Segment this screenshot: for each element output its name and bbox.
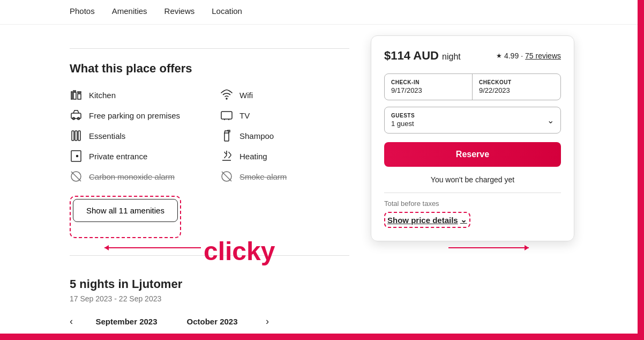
price-details-wrapper: Show price details ⌄ — [384, 212, 470, 228]
amenity-heating: Heating — [220, 150, 349, 162]
card-divider — [384, 193, 561, 193]
amenity-entrance: Private entrance — [70, 150, 199, 162]
amenity-essentials-label: Essentials — [89, 131, 125, 141]
reserve-button[interactable]: Reserve — [384, 142, 561, 167]
amenity-smoke-alarm: Smoke alarm — [220, 170, 349, 183]
checkout-label: CHECKOUT — [479, 79, 554, 85]
amenity-smoke-alarm-label: Smoke alarm — [239, 172, 287, 181]
cal-september: September 2023 — [94, 317, 159, 326]
top-divider — [70, 48, 349, 49]
total-before-taxes: Total before taxes — [384, 199, 561, 208]
nav-reviews[interactable]: Reviews — [164, 6, 195, 18]
dates-grid: CHECK-IN 9/17/2023 CHECKOUT 9/22/2023 — [384, 73, 561, 100]
page-nav: Photos Amenities Reviews Location — [0, 0, 644, 25]
checkin-value: 9/17/2023 — [391, 86, 466, 94]
nav-location[interactable]: Location — [212, 6, 242, 18]
kitchen-icon — [70, 88, 83, 101]
amenity-wifi: Wifi — [220, 88, 349, 101]
checkin-cell[interactable]: CHECK-IN 9/17/2023 — [385, 74, 473, 100]
amenity-wifi-label: Wifi — [239, 91, 253, 100]
amenity-co-alarm: Carbon monoxide alarm — [70, 170, 199, 183]
right-panel: $114 AUD night ★ 4.99 · 75 reviews CHECK… — [371, 35, 574, 327]
co-alarm-icon — [70, 170, 83, 183]
amenities-title: What this place offers — [70, 62, 349, 76]
show-all-wrapper: Show all 11 amenities — [70, 196, 181, 238]
right-stripe — [638, 0, 644, 340]
tv-icon — [220, 109, 233, 122]
show-price-label: Show price details — [387, 216, 458, 225]
amenity-essentials: Essentials — [70, 129, 199, 142]
left-panel: What this place offers Kitchen — [70, 35, 349, 327]
entrance-icon — [70, 150, 83, 162]
amenity-tv-label: TV — [239, 111, 250, 120]
cal-prev-button[interactable]: ‹ — [70, 316, 73, 327]
guests-cell[interactable]: GUESTS 1 guest ⌄ — [384, 107, 561, 134]
parking-icon — [70, 109, 83, 122]
amenities-grid: Kitchen Wifi — [70, 88, 349, 183]
checkin-label: CHECK-IN — [391, 79, 466, 85]
amenity-shampoo: Shampoo — [220, 129, 349, 142]
nights-title: 5 nights in Ljutomer — [70, 277, 349, 291]
price-value: $114 AUD — [384, 49, 439, 62]
show-price-details-button[interactable]: Show price details ⌄ — [387, 215, 467, 225]
cal-october: October 2023 — [180, 317, 244, 326]
svg-rect-5 — [72, 131, 74, 141]
shampoo-icon — [220, 129, 233, 142]
price-display: $114 AUD night — [384, 49, 461, 63]
expand-icon: ⌄ — [460, 215, 467, 225]
svg-rect-7 — [78, 131, 80, 141]
guests-info: GUESTS 1 guest — [391, 113, 415, 128]
checkout-value: 9/22/2023 — [479, 86, 554, 94]
booking-card: $114 AUD night ★ 4.99 · 75 reviews CHECK… — [371, 35, 574, 241]
price-amount: $114 AUD night — [384, 49, 461, 62]
rating-value: 4.99 — [504, 51, 519, 60]
cal-next-button[interactable]: › — [266, 316, 269, 327]
amenity-tv: TV — [220, 109, 349, 122]
svg-point-9 — [77, 156, 78, 157]
price-header: $114 AUD night ★ 4.99 · 75 reviews — [384, 49, 561, 63]
checkout-cell[interactable]: CHECKOUT 9/22/2023 — [473, 74, 560, 100]
price-details-area: Total before taxes Show price details ⌄ — [384, 199, 561, 228]
guests-value: 1 guest — [391, 120, 415, 128]
chevron-down-icon: ⌄ — [547, 115, 554, 125]
amenity-kitchen-label: Kitchen — [89, 91, 116, 100]
nav-amenities[interactable]: Amenities — [112, 6, 147, 18]
rating-dot: · — [521, 51, 523, 60]
amenity-entrance-label: Private entrance — [89, 152, 147, 161]
amenity-heating-label: Heating — [239, 152, 267, 161]
calendar-header: ‹ September 2023 October 2023 › — [70, 316, 349, 327]
amenity-parking-label: Free parking on premises — [89, 111, 180, 120]
amenity-shampoo-label: Shampoo — [239, 131, 274, 141]
svg-rect-6 — [75, 131, 77, 141]
svg-point-0 — [226, 98, 227, 99]
bottom-stripe — [0, 334, 644, 340]
nav-photos[interactable]: Photos — [70, 6, 95, 18]
heating-icon — [220, 150, 233, 162]
guests-label: GUESTS — [391, 113, 415, 119]
wifi-icon — [220, 88, 233, 101]
nights-dates: 17 Sep 2023 - 22 Sep 2023 — [70, 294, 349, 303]
amenity-parking: Free parking on premises — [70, 109, 199, 122]
star-icon: ★ — [496, 52, 502, 60]
smoke-alarm-icon — [220, 170, 233, 183]
reviews-link[interactable]: 75 reviews — [525, 51, 561, 60]
amenity-kitchen: Kitchen — [70, 88, 199, 101]
price-night-label: night — [442, 52, 461, 61]
essentials-icon — [70, 129, 83, 142]
main-content: What this place offers Kitchen — [0, 25, 644, 338]
amenity-co-alarm-label: Carbon monoxide alarm — [89, 172, 175, 181]
show-all-amenities-button[interactable]: Show all 11 amenities — [73, 199, 178, 222]
rating-info: ★ 4.99 · 75 reviews — [496, 51, 561, 60]
bottom-divider — [70, 255, 349, 256]
no-charge-text: You won't be charged yet — [384, 175, 561, 184]
svg-rect-4 — [221, 112, 232, 119]
nights-section: 5 nights in Ljutomer 17 Sep 2023 - 22 Se… — [70, 277, 349, 327]
amenities-section: What this place offers Kitchen — [70, 62, 349, 238]
